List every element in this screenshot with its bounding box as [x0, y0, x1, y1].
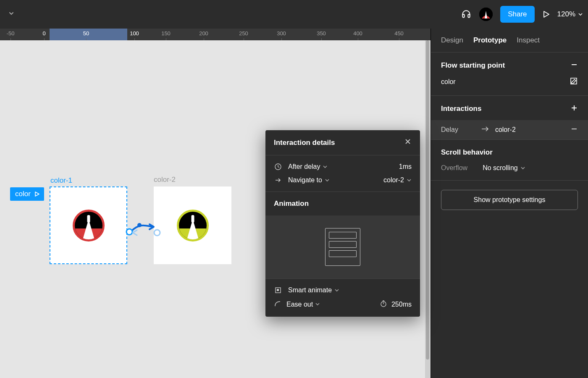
smart-animate-icon: [274, 286, 282, 294]
tab-design[interactable]: Design: [441, 36, 463, 45]
arrow-right-icon: [274, 176, 282, 184]
ruler-tick: 50: [83, 30, 89, 37]
add-interaction-icon[interactable]: [570, 104, 578, 113]
arrow-right-icon: [481, 126, 489, 134]
stopwatch-icon: [380, 300, 387, 309]
edit-flow-icon[interactable]: [570, 77, 578, 87]
prototype-connector[interactable]: [125, 221, 163, 238]
animation-type-dropdown[interactable]: Smart animate: [288, 286, 339, 294]
main-menu-button[interactable]: [5, 7, 18, 21]
scroll-behavior-section: Scroll behavior Overflow No scrolling: [431, 140, 588, 181]
frame-color-1[interactable]: color-1: [50, 186, 127, 264]
flow-start-label: color: [15, 190, 31, 198]
popover-title: Interaction details: [274, 139, 335, 147]
close-icon[interactable]: [404, 138, 412, 147]
easing-curve-icon: [274, 300, 281, 309]
flow-starting-point-section: Flow starting point color: [431, 52, 588, 96]
remove-interaction-icon[interactable]: [570, 125, 578, 134]
rocket-badge-red: [73, 210, 105, 242]
interaction-target: color-2: [495, 126, 516, 134]
animation-section-title: Animation: [274, 200, 309, 207]
interactions-title: Interactions: [441, 105, 481, 113]
remove-flow-icon[interactable]: [570, 61, 578, 70]
interaction-row[interactable]: Delay color-2: [431, 120, 588, 139]
tab-inspect[interactable]: Inspect: [517, 36, 540, 45]
flow-section-title: Flow starting point: [441, 61, 505, 70]
ruler-tick: 350: [317, 30, 326, 37]
duration-value[interactable]: 250ms: [391, 301, 412, 308]
ruler-tick: -50: [7, 30, 15, 37]
panel-tabs: Design Prototype Inspect: [431, 29, 588, 52]
trigger-value[interactable]: 1ms: [399, 163, 412, 171]
svg-point-2: [137, 223, 142, 227]
easing-dropdown[interactable]: Ease out: [286, 301, 320, 308]
vertical-scrollbar[interactable]: [425, 40, 430, 378]
svg-point-3: [154, 230, 160, 236]
interaction-trigger: Delay: [441, 126, 458, 134]
action-dropdown[interactable]: Navigate to: [288, 176, 330, 184]
top-toolbar: Share 120%: [0, 0, 588, 29]
interaction-details-popover: Interaction details After delay 1ms Navi…: [265, 130, 420, 317]
ruler-tick: 0: [42, 30, 45, 37]
share-button[interactable]: Share: [500, 6, 534, 23]
frame-label[interactable]: color-1: [50, 176, 72, 185]
action-target-dropdown[interactable]: color-2: [383, 176, 412, 184]
ruler-tick: 400: [353, 30, 362, 37]
ruler-tick: 200: [199, 30, 208, 37]
interactions-section: Interactions Delay color-2: [431, 96, 588, 140]
scrollbar-thumb[interactable]: [426, 40, 429, 360]
rocket-badge-yellow: [177, 210, 209, 242]
scroll-section-title: Scroll behavior: [441, 148, 493, 157]
frame-label[interactable]: color-2: [154, 176, 176, 184]
ruler-tick: 150: [161, 30, 171, 37]
show-prototype-settings-button[interactable]: Show prototype settings: [441, 190, 578, 210]
animation-preview: [265, 215, 420, 278]
svg-point-1: [126, 229, 132, 235]
zoom-dropdown[interactable]: 120%: [557, 10, 583, 18]
overflow-dropdown[interactable]: No scrolling: [483, 164, 525, 172]
ruler-tick: 250: [239, 30, 248, 37]
audio-huddle-icon[interactable]: [461, 9, 472, 20]
user-avatar[interactable]: [479, 8, 493, 21]
clock-icon: [274, 163, 282, 171]
tab-prototype[interactable]: Prototype: [473, 36, 507, 45]
overflow-label: Overflow: [441, 164, 467, 172]
ruler-tick: 300: [277, 30, 286, 37]
present-play-icon[interactable]: [542, 10, 550, 18]
frame-color-2[interactable]: color-2: [154, 186, 231, 264]
ruler-tick: 450: [394, 30, 404, 37]
flow-name[interactable]: color: [441, 78, 456, 86]
right-panel: Design Prototype Inspect Flow starting p…: [430, 29, 588, 378]
svg-rect-6: [277, 289, 279, 291]
zoom-value: 120%: [557, 10, 575, 18]
trigger-dropdown[interactable]: After delay: [288, 163, 328, 171]
flow-start-badge[interactable]: color: [10, 187, 44, 201]
ruler-tick: 100: [130, 30, 139, 37]
